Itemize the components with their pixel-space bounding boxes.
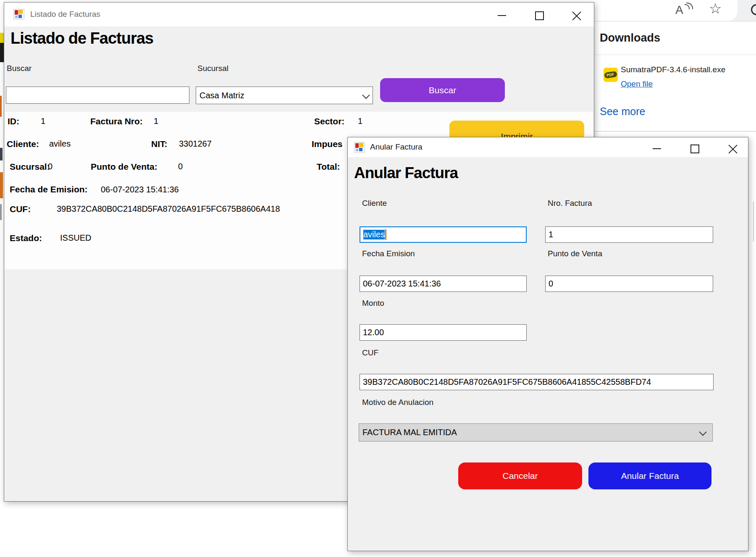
dialog-maximize-icon[interactable] — [690, 145, 699, 153]
dlg-motivo-select[interactable]: FACTURA MAL EMITIDA — [359, 423, 713, 441]
read-aloud-wave-2 — [686, 3, 693, 9]
cancelar-button[interactable]: Cancelar — [458, 462, 582, 489]
dlg-punto-value: 0 — [549, 279, 553, 289]
sucursal-select[interactable]: Casa Matriz — [196, 87, 373, 104]
desktop-fragment-gray — [0, 204, 2, 220]
pdf-file-icon: PDF — [604, 68, 618, 82]
dlg-nro-factura-label: Nro. Factura — [548, 199, 592, 208]
dialog-window-icon — [354, 142, 365, 153]
download-filename: SumatraPDF-3.4.6-install.exe — [621, 65, 725, 74]
chevron-down-icon — [362, 91, 370, 99]
dlg-cuf-label: CUF — [362, 348, 378, 357]
listado-window-title: Listado de Facturas — [30, 10, 100, 19]
buscar-button[interactable]: Buscar — [380, 78, 505, 102]
anular-factura-button[interactable]: Anular Factura — [588, 462, 711, 489]
downloads-flyout: Downloads PDF SumatraPDF-3.4.6-install.e… — [594, 21, 756, 131]
dialog-minimize-icon[interactable] — [653, 148, 661, 149]
dlg-cliente-label: Cliente — [362, 199, 387, 208]
downloads-title: Downloads — [600, 32, 660, 45]
desktop-fragment-dark — [0, 43, 4, 62]
dlg-punto-input[interactable]: 0 — [545, 276, 713, 292]
maximize-icon[interactable] — [535, 11, 544, 20]
downloads-divider — [594, 55, 756, 55]
see-more-link[interactable]: See more — [600, 105, 645, 118]
read-aloud-letter: A — [675, 3, 683, 17]
desktop-fragment-orange-2 — [0, 172, 3, 198]
open-file-link[interactable]: Open file — [621, 79, 653, 89]
dlg-punto-label: Punto de Venta — [548, 249, 602, 258]
sucursal-select-value: Casa Matriz — [200, 91, 244, 100]
app-window-icon — [13, 9, 24, 20]
dlg-motivo-label: Motivo de Anulacion — [362, 398, 433, 407]
dlg-fecha-input[interactable]: 06-07-2023 15:41:36 — [360, 276, 527, 292]
download-item[interactable]: PDF SumatraPDF-3.4.6-install.exe Open fi… — [594, 62, 756, 95]
dlg-cuf-input[interactable]: 39B372CA80B0C2148D5FA87026A91F5FC675B860… — [360, 374, 714, 390]
dlg-nro-factura-value: 1 — [549, 230, 553, 239]
dlg-cliente-input[interactable]: aviles — [360, 226, 527, 243]
dlg-monto-input[interactable]: 12.00 — [360, 324, 527, 341]
close-icon[interactable] — [572, 11, 581, 20]
anular-dialog-title: Anular Factura — [370, 142, 423, 152]
anular-heading: Anular Factura — [354, 164, 458, 182]
search-input[interactable] — [9, 90, 186, 100]
browser-toolbar — [594, 0, 756, 21]
dlg-fecha-label: Fecha Emision — [362, 249, 415, 258]
dialog-close-icon[interactable] — [728, 144, 738, 153]
browser-edge-line — [753, 202, 754, 242]
search-input-box — [6, 87, 189, 104]
dlg-nro-factura-input[interactable]: 1 — [545, 226, 713, 243]
dlg-cliente-selected-text: aviles — [363, 230, 385, 239]
desktop-fragment-yellow — [0, 33, 4, 44]
screenshot-root: { "browser": { "toolbar": { "read_aloud_… — [0, 0, 756, 557]
favorites-star-icon[interactable]: ☆ — [709, 0, 722, 17]
dlg-monto-label: Monto — [362, 299, 384, 308]
dlg-fecha-value: 06-07-2023 15:41:36 — [363, 279, 441, 289]
minimize-icon[interactable] — [498, 15, 506, 16]
desktop-fragment-orange-1 — [0, 96, 2, 117]
dlg-motivo-value: FACTURA MAL EMITIDA — [362, 428, 457, 437]
motivo-chevron-down-icon — [699, 428, 706, 436]
dlg-cuf-value: 39B372CA80B0C2148D5FA87026A91F5FC675B860… — [363, 377, 651, 387]
anular-titlebar[interactable]: Anular Factura — [348, 137, 748, 157]
listado-titlebar[interactable]: Listado de Facturas — [4, 3, 594, 26]
dlg-monto-value: 12.00 — [363, 328, 384, 337]
read-aloud-icon[interactable]: A — [675, 3, 694, 18]
text-caret — [385, 229, 386, 240]
anular-dialog: Anular Factura Anular Factura Cliente Nr… — [347, 137, 748, 551]
desktop-fragment-dark-2 — [0, 148, 3, 160]
